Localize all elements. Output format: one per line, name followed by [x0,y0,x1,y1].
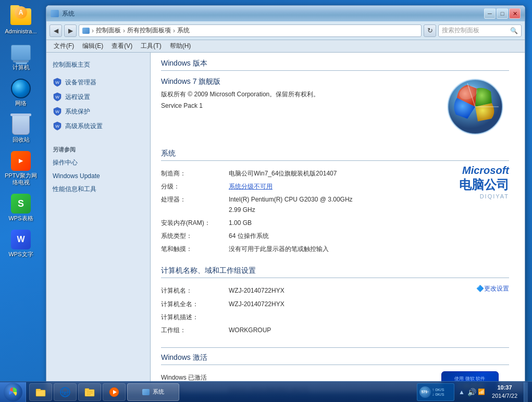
menu-view[interactable]: 查看(V) [108,41,135,52]
address-bar: ◀ ▶ › 控制面板 › 所有控制面板项 › 系统 ↻ 搜索控制面板 🔍 [46,21,525,40]
svg-rect-19 [86,391,93,392]
desktop-icon-admin[interactable]: A Administra... [2,4,40,37]
desktop: A Administra... 计算机 网络 [0,0,532,402]
forward-button[interactable]: ▶ [64,24,77,37]
icon-wps-s-label: WPS表格 [8,215,33,222]
ms-brand-2: 电脑公司 [459,177,509,193]
icon-recycle-label: 回收站 [13,136,30,143]
sidebar-control-panel-home[interactable]: 控制面板主页 [46,58,150,72]
windows-logo [441,77,509,139]
desktop-icon-recycle[interactable]: 回收站 [2,112,40,145]
computer-fullname-label: 计算机全名： [161,299,229,309]
menu-file[interactable]: 文件(F) [51,41,77,52]
ms-brand-1: Microsoft [459,165,509,177]
main-content: Windows 版本 Windows 7 旗舰版 版权所有 © 2009 Mic… [151,53,525,393]
type-label: 系统类型： [161,231,229,241]
taskbar-system-icon [142,389,150,395]
change-settings-button[interactable]: 🔷更改设置 [476,284,509,293]
manufacturer-label: 制造商： [161,169,229,179]
menu-help[interactable]: 帮助(H) [167,41,194,52]
search-box[interactable]: 搜索控制面板 🔍 [438,24,522,37]
tray-icon-up-arrow[interactable]: ▲ [457,388,466,396]
computer-desc-row: 计算机描述： [161,311,509,324]
sidebar-windows-update[interactable]: Windows Update [46,170,150,182]
sidebar-item-device-manager[interactable]: W 设备管理器 [46,75,150,90]
shield-icon-3: W [53,107,62,116]
window-icon [51,10,59,17]
tray-network-icon[interactable]: 🔊 [467,388,476,396]
show-desktop-button[interactable] [524,382,528,402]
path-part-2: 所有控制面板项 [127,26,171,35]
pen-label: 笔和触摸： [161,244,229,254]
taskbar-items: e [26,383,413,401]
ms-brand-3: DIQIYAT [459,193,509,199]
taskbar: e [0,381,532,402]
menu-edit[interactable]: 编辑(E) [79,41,106,52]
icon-network-label: 网络 [15,100,27,107]
computer-fullname-value: WZJ-20140722HYX [229,299,509,309]
files-icon [84,386,95,398]
taskbar-system-label: 系统 [153,388,164,396]
sidebar-item-advanced[interactable]: W 高级系统设置 [46,119,150,133]
taskbar-item-media[interactable] [103,383,126,401]
sidebar-item-remote[interactable]: W 远程设置 [46,90,150,104]
rating-row: 分级： 系统分级不可用 [161,180,449,193]
start-orb [4,383,22,401]
svg-text:W: W [55,80,59,85]
sidebar-item-protection[interactable]: W 系统保护 [46,104,150,119]
upload-speed: ↑ 0K/S [432,387,444,392]
sidebar-action-center[interactable]: 操作中心 [46,156,150,170]
taskbar-item-files[interactable] [78,383,101,401]
tray-volume-icon[interactable]: 📶 [477,388,486,396]
desktop-icon-computer[interactable]: 计算机 [2,40,40,73]
search-icon: 🔍 [510,27,518,34]
minimize-button[interactable]: ─ [484,8,496,19]
service-pack: Service Pack 1 [161,101,319,110]
computer-name-label: 计算机名： [161,286,229,296]
svg-text:W: W [55,109,59,114]
rating-label: 分级： [161,182,229,192]
pen-row: 笔和触摸： 没有可用于此显示器的笔或触控输入 [161,243,509,256]
svg-rect-21 [86,394,91,395]
svg-text:W: W [55,95,59,99]
main-panel: Windows 版本 Windows 7 旗舰版 版权所有 © 2009 Mic… [151,53,525,393]
menu-tools[interactable]: 工具(T) [138,41,164,52]
icon-pptv-label: PPTV聚力网络电视 [4,172,38,186]
clock-area[interactable]: 10:37 2014/7/22 [489,384,521,400]
maximize-button[interactable]: □ [497,8,508,19]
title-bar: 系统 ─ □ ✕ [46,6,525,21]
title-bar-left: 系统 [51,9,75,18]
computer-desc-label: 计算机描述： [161,312,229,322]
window-title: 系统 [62,9,75,18]
shield-icon-1: W [53,78,62,87]
taskbar-item-ie[interactable]: e [54,383,77,401]
windows-logo-svg [441,77,509,137]
system-info-section: 制造商： 电脑公司Win7_64位旗舰装机版201407 分级： 系统分级不可用… [161,167,509,256]
computer-name-title: 计算机名称、域和工作组设置 [161,266,509,278]
processor-label: 处理器： [161,195,229,215]
shield-icon-2: W [53,92,62,102]
title-bar-controls: ─ □ ✕ [484,8,521,19]
taskbar-item-system[interactable]: 系统 [127,383,179,401]
system-window: 系统 ─ □ ✕ ◀ ▶ › 控制面板 › 所有控制面板项 › 系统 ↻ [46,5,525,393]
path-part-1: 控制面板 [96,26,121,35]
svg-rect-11 [36,390,45,396]
address-path[interactable]: › 控制面板 › 所有控制面板项 › 系统 [79,24,422,37]
ram-value: 1.00 GB [229,218,509,228]
sidebar-performance[interactable]: 性能信息和工具 [46,182,150,196]
start-button[interactable] [0,382,26,402]
desktop-icon-pptv[interactable]: ▶ PPTV聚力网络电视 [2,148,40,188]
refresh-button[interactable]: ↻ [424,24,436,37]
path-part-3: 系统 [177,26,190,35]
desktop-icon-wps-w[interactable]: W WPS文字 [2,227,40,260]
desktop-icon-network[interactable]: 网络 [2,76,40,109]
back-button[interactable]: ◀ [50,24,62,37]
desktop-icon-wps-s[interactable]: S WPS表格 [2,191,40,224]
manufacturer-value: 电脑公司Win7_64位旗舰装机版201407 [229,169,449,179]
net-monitor[interactable]: 579↑ ↑ 0K/S ↓ 0K/S [417,383,454,401]
system-section-title: 系统 [161,149,509,161]
taskbar-item-explorer[interactable] [29,383,52,401]
close-button[interactable]: ✕ [509,8,521,19]
sidebar-label-3: 系统保护 [65,107,90,116]
rating-value[interactable]: 系统分级不可用 [229,182,449,192]
